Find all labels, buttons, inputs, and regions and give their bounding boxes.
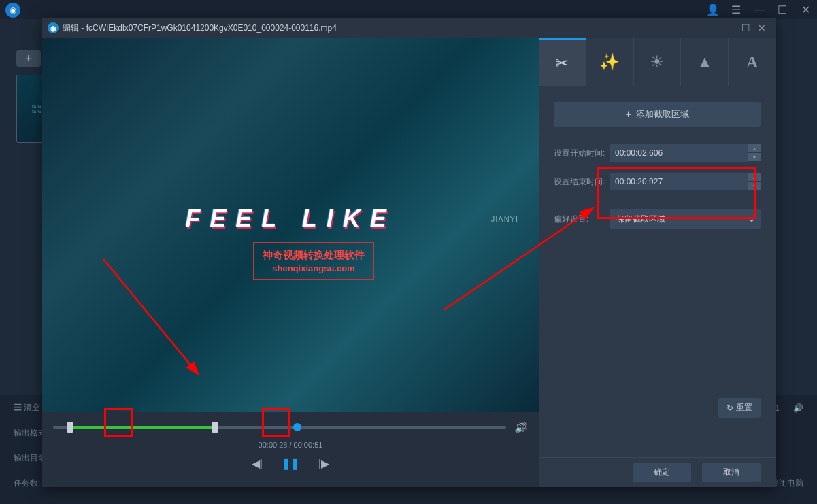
tool-content: + 添加截取区域 设置开始时间: ▲ ▼ (539, 86, 776, 457)
reset-button[interactable]: ↻ 重置 (718, 398, 761, 418)
timeline[interactable] (53, 420, 506, 434)
preference-row: 偏好设置: 保留截取区域 ⌄ (554, 209, 761, 229)
start-time-row: 设置开始时间: ▲ ▼ (554, 144, 761, 162)
end-time-up[interactable]: ▲ (748, 173, 761, 182)
prev-frame-button[interactable]: ◀| (252, 457, 263, 470)
video-preview: FEEL LIKE JIANYI 神奇视频转换处理软件 shenqixiangs… (42, 38, 539, 412)
dialog-footer: 确定 取消 (539, 457, 776, 487)
app-logo-icon: ◉ (5, 3, 20, 18)
tab-adjust[interactable]: ☀ (633, 38, 681, 86)
trim-end-handle[interactable] (212, 422, 218, 433)
maximize-icon[interactable]: ☐ (776, 3, 788, 16)
end-time-input[interactable] (610, 173, 748, 190)
close-button[interactable]: ✕ (754, 20, 770, 36)
ok-button[interactable]: 确定 (633, 463, 691, 482)
end-time-label: 设置结束时间: (554, 176, 610, 188)
user-icon[interactable]: 👤 (707, 3, 719, 16)
volume-icon[interactable]: 🔊 (514, 421, 528, 434)
preference-select[interactable]: 保留截取区域 ⌄ (610, 209, 761, 229)
next-frame-button[interactable]: |▶ (318, 457, 329, 470)
thumb-text: IS G (32, 104, 41, 109)
chevron-down-icon: ⌄ (748, 214, 755, 224)
editor-dialog: ◉ 编辑 - fcCWIEkdlx07CFrP1wGk01041200KgvX0… (42, 18, 776, 487)
editor-titlebar: ◉ 编辑 - fcCWIEkdlx07CFrP1wGk01041200KgvX0… (42, 18, 776, 38)
tool-tabs: ✂ ✨ ☀ ▲ A (539, 38, 776, 86)
timeline-selection (67, 426, 216, 429)
tab-text[interactable]: A (728, 38, 776, 86)
tab-effects[interactable]: ✨ (586, 38, 633, 86)
plus-icon: + (625, 108, 631, 120)
volume-icon[interactable]: 🔊 (793, 403, 803, 413)
end-time-down[interactable]: ▼ (748, 182, 761, 190)
tab-watermark[interactable]: ▲ (680, 38, 728, 86)
video-corner-text: JIANYI (491, 215, 518, 223)
video-overlay-text: FEEL LIKE (42, 205, 539, 233)
start-time-label: 设置开始时间: (554, 148, 610, 159)
add-crop-region-button[interactable]: + 添加截取区域 (554, 102, 761, 127)
maximize-button[interactable]: ☐ (737, 20, 754, 36)
tab-trim[interactable]: ✂ (539, 38, 586, 86)
minimize-icon[interactable]: — (753, 3, 765, 16)
app-icon: ◉ (48, 22, 59, 33)
video-panel: FEEL LIKE JIANYI 神奇视频转换处理软件 shenqixiangs… (42, 38, 539, 487)
text-icon: A (746, 53, 758, 71)
scissors-icon: ✂ (555, 54, 569, 73)
watermark-line2: shenqixiangsu.com (263, 263, 365, 273)
wand-icon: ✨ (599, 52, 620, 71)
cancel-button[interactable]: 取消 (702, 463, 761, 482)
start-time-input[interactable] (610, 144, 748, 162)
refresh-icon: ↻ (727, 403, 733, 413)
time-display: 00:00:28 / 00:00:51 (53, 441, 528, 449)
right-panel: ✂ ✨ ☀ ▲ A + 添加截取区域 设置开始时间: (539, 38, 776, 487)
dialog-title: 编辑 - fcCWIEkdlx07CFrP1wGk01041200KgvX0E0… (63, 22, 737, 34)
close-icon[interactable]: ✕ (799, 3, 812, 16)
add-file-button[interactable]: + (16, 50, 41, 67)
trim-start-handle[interactable] (67, 422, 73, 433)
start-time-down[interactable]: ▼ (748, 153, 761, 162)
preference-label: 偏好设置: (554, 214, 610, 225)
main-titlebar: 👤 ☰ — ☐ ✕ (0, 0, 817, 19)
clear-button[interactable]: ☰ 清空 (14, 402, 40, 414)
brightness-icon: ☀ (650, 52, 665, 71)
playhead[interactable] (293, 423, 301, 431)
stamp-icon: ▲ (697, 52, 713, 71)
pause-button[interactable]: ❚❚ (282, 457, 299, 470)
thumb-text: IS G (32, 109, 41, 114)
end-time-row: 设置结束时间: ▲ ▼ (554, 173, 761, 190)
menu-icon[interactable]: ☰ (730, 3, 742, 16)
video-controls: 🔊 00:00:28 / 00:00:51 ◀| ❚❚ |▶ (42, 412, 539, 487)
start-time-up[interactable]: ▲ (748, 144, 761, 153)
watermark-line1: 神奇视频转换处理软件 (263, 249, 365, 262)
watermark-box: 神奇视频转换处理软件 shenqixiangsu.com (253, 242, 374, 280)
